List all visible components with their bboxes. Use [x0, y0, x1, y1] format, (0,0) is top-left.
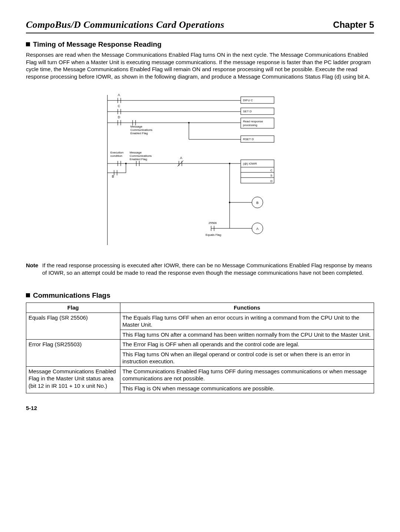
table-row: Equals Flag (SR 25506) The Equals Flag t… — [26, 313, 374, 330]
svg-text:condition: condition — [110, 154, 122, 158]
cell-func: This Flag turns ON after a command has b… — [120, 330, 374, 340]
bullet-square-icon — [26, 42, 30, 46]
col-header-flag: Flag — [26, 303, 120, 313]
svg-text:Enabled Flag: Enabled Flag — [130, 158, 147, 161]
svg-point-46 — [125, 163, 127, 164]
table-row: Message Communications Enabled Flag in t… — [26, 366, 374, 383]
table-header-row: Flag Functions — [26, 303, 374, 313]
page-header: CompoBus/D Communications Card Operation… — [26, 19, 374, 33]
svg-text:S: S — [270, 174, 272, 177]
svg-text:A: A — [180, 156, 182, 160]
svg-text:C: C — [118, 104, 120, 108]
svg-text:B: B — [256, 201, 259, 205]
section-heading-commflags: Communications Flags — [26, 291, 374, 300]
cell-flag: Error Flag (SR25503) — [26, 340, 120, 367]
header-title: CompoBus/D Communications Card Operation… — [26, 19, 224, 31]
svg-text:RSET D: RSET D — [243, 138, 254, 141]
svg-text:Message: Message — [130, 125, 143, 128]
svg-text:(@) IOWR: (@) IOWR — [243, 162, 257, 165]
cell-flag: Equals Flag (SR 25506) — [26, 313, 120, 340]
svg-text:A: A — [118, 93, 120, 97]
svg-text:C: C — [270, 169, 273, 172]
bullet-square-icon — [26, 293, 30, 297]
note-text: If the read response processing is execu… — [42, 262, 374, 276]
note-block: Note If the read response processing is … — [26, 262, 374, 276]
cell-func: This Flag is ON when message communicati… — [120, 383, 374, 393]
svg-text:A: A — [256, 227, 259, 231]
svg-text:D: D — [118, 115, 120, 119]
svg-text:Communications: Communications — [130, 128, 153, 132]
col-header-functions: Functions — [120, 303, 374, 313]
timing-paragraph: Responses are read when the Message Comm… — [26, 51, 374, 80]
cell-func: This Flag turns ON when an illegal opera… — [120, 349, 374, 366]
ladder-diagram: .l { stroke:#000; stroke-width:1; fill:n… — [100, 91, 300, 251]
svg-text:B: B — [112, 175, 114, 178]
svg-text:Execution: Execution — [110, 151, 123, 154]
svg-text:DIFU C: DIFU C — [243, 99, 253, 102]
svg-point-64 — [229, 202, 230, 203]
page-number: 5-12 — [26, 404, 374, 412]
svg-text:processing: processing — [243, 123, 257, 127]
svg-text:Message: Message — [130, 151, 142, 154]
section-heading-timing-text: Timing of Message Response Reading — [33, 40, 161, 48]
chapter-label: Chapter 5 — [333, 19, 374, 30]
svg-text:Read response: Read response — [243, 120, 263, 123]
svg-text:D: D — [270, 179, 273, 183]
svg-text:25506: 25506 — [209, 221, 217, 225]
cell-func: The Communications Enabled Flag turns OF… — [120, 366, 374, 383]
section-heading-timing: Timing of Message Response Reading — [26, 40, 374, 49]
svg-text:SET D: SET D — [243, 110, 252, 113]
cell-func: The Equals Flag turns OFF when an error … — [120, 313, 374, 330]
svg-text:Enabled Flag: Enabled Flag — [130, 132, 148, 135]
section-heading-commflags-text: Communications Flags — [33, 291, 110, 299]
note-label: Note — [26, 262, 42, 276]
table-row: Error Flag (SR25503) The Error Flag is O… — [26, 340, 374, 350]
communications-flags-table: Flag Functions Equals Flag (SR 25506) Th… — [26, 303, 374, 393]
svg-text:Equals Flag: Equals Flag — [206, 233, 221, 237]
svg-text:Communications: Communications — [130, 154, 152, 158]
cell-func: The Error Flag is OFF when all operands … — [120, 340, 374, 350]
cell-flag: Message Communications Enabled Flag in t… — [26, 366, 120, 393]
